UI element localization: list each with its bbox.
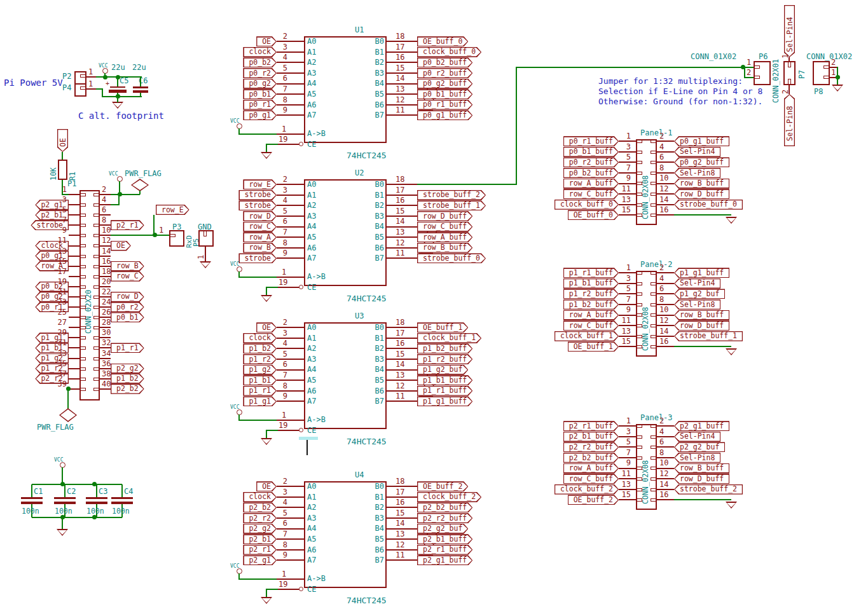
p7-ref[interactable]: P7 bbox=[797, 64, 806, 79]
net-label[interactable]: row_C bbox=[111, 271, 144, 282]
net-label[interactable]: p1_r2_buff bbox=[563, 289, 619, 299]
net-label[interactable]: p1_b1 bbox=[243, 375, 277, 385]
net-label[interactable]: OE_buff_1 bbox=[417, 322, 468, 332]
net-label-row-e[interactable]: row_E bbox=[156, 205, 189, 215]
net-label[interactable]: Sel-Pin8 bbox=[674, 453, 720, 463]
net-label[interactable]: p1_r1_buff bbox=[563, 268, 619, 278]
net-label[interactable]: p2_g2_buf bbox=[417, 524, 468, 534]
net-label[interactable]: strobe_buff_2 bbox=[417, 190, 486, 200]
net-label[interactable]: row_D_buff bbox=[417, 211, 472, 221]
net-label[interactable]: p2_g2_buf bbox=[674, 442, 725, 452]
c5-ref[interactable]: C5 bbox=[120, 76, 128, 85]
gnd-symbol[interactable] bbox=[261, 152, 272, 159]
net-label[interactable]: p0_g1_buff bbox=[417, 110, 472, 120]
net-label[interactable]: p1_b1_buff bbox=[417, 375, 472, 385]
net-label[interactable]: clock_buff_2 bbox=[417, 492, 481, 502]
net-label[interactable]: row_A_buff bbox=[417, 232, 472, 242]
net-label-sel-pin8[interactable]: Sel-Pin8 bbox=[784, 94, 795, 146]
p1-ref[interactable]: P1 bbox=[67, 179, 76, 188]
net-label[interactable]: strobe_buff_0 bbox=[417, 253, 486, 263]
net-label[interactable]: p0_b1 bbox=[111, 312, 144, 322]
net-label[interactable]: p0_r1 bbox=[243, 100, 277, 110]
global-label-oe[interactable]: OE bbox=[57, 129, 68, 152]
net-label[interactable]: p2_g1_buff bbox=[674, 421, 729, 431]
net-label[interactable]: p2_r1_buff bbox=[563, 421, 619, 431]
net-label[interactable]: clock_buff_0 bbox=[554, 200, 619, 210]
net-label[interactable]: p2_r2_buff bbox=[417, 513, 472, 523]
net-label[interactable]: row_D bbox=[111, 292, 144, 302]
c5-plate[interactable] bbox=[110, 86, 125, 88]
net-label[interactable]: clock_buff_0 bbox=[417, 47, 481, 57]
net-label[interactable]: strobe bbox=[238, 200, 277, 210]
net-label[interactable]: row_C_buff bbox=[563, 320, 619, 331]
net-label[interactable]: p2_g2 bbox=[111, 364, 144, 374]
capacitor[interactable]: C4 100n bbox=[111, 484, 133, 523]
net-label[interactable]: OE_buff_2 bbox=[568, 495, 619, 505]
p8-connector[interactable] bbox=[813, 61, 830, 85]
net-label[interactable]: p2_b2_buff bbox=[417, 502, 472, 512]
net-label[interactable]: p0_b1_buff bbox=[417, 89, 472, 99]
net-label[interactable]: OE bbox=[256, 322, 277, 332]
net-label[interactable]: Sel-Pin4 bbox=[674, 278, 720, 289]
net-label[interactable]: p1_b1_buff bbox=[563, 278, 619, 289]
net-label[interactable]: row_A_buff bbox=[563, 463, 619, 474]
net-label[interactable]: Sel-Pin8 bbox=[674, 299, 720, 310]
pwr-flag-symbol[interactable] bbox=[59, 408, 77, 422]
net-label[interactable]: row_D_buff bbox=[674, 320, 729, 331]
net-label[interactable]: strobe_buff_1 bbox=[417, 200, 486, 210]
net-label[interactable]: row_C_buff bbox=[563, 474, 619, 484]
net-label[interactable]: p2_b2_buff bbox=[563, 453, 619, 463]
p8-ref[interactable]: P8 bbox=[814, 87, 823, 96]
panel-connector[interactable]: Panel-2 CONN_02X08 p1_r1_buff 1 p1_b1_bu… bbox=[569, 260, 760, 365]
net-label[interactable]: p1_b2_buff bbox=[417, 343, 472, 353]
gnd-symbol[interactable] bbox=[261, 295, 272, 302]
gnd-symbol[interactable] bbox=[57, 529, 68, 536]
net-label[interactable]: clock_buff_1 bbox=[417, 333, 481, 343]
net-label[interactable]: p0_r2_buff bbox=[417, 68, 472, 78]
net-label[interactable]: p2_r2_buff bbox=[563, 442, 619, 452]
net-label[interactable]: OE_buff_1 bbox=[568, 341, 619, 352]
net-label[interactable]: p0_g2_buff bbox=[417, 79, 472, 89]
net-label[interactable]: Sel-Pin4 bbox=[674, 147, 720, 157]
net-label[interactable]: row_B_buff bbox=[674, 463, 729, 474]
ic-74hct245[interactable]: U3 74HCT245 OE 2 A0 clock 3 bbox=[216, 318, 521, 455]
net-label[interactable]: clock_buff_2 bbox=[554, 484, 619, 495]
net-label[interactable]: p0_r2 bbox=[243, 68, 277, 78]
p2-ref[interactable]: P2 bbox=[62, 72, 71, 81]
net-label[interactable]: row_A_buff bbox=[563, 310, 619, 320]
net-label[interactable]: clock_buff_1 bbox=[554, 331, 619, 341]
net-label[interactable]: p2_r1 bbox=[111, 220, 144, 230]
net-label[interactable]: p1_b2 bbox=[111, 374, 144, 384]
net-label[interactable]: row_C_buff bbox=[563, 189, 619, 199]
net-label[interactable]: p1_g2_buf bbox=[674, 289, 725, 299]
net-label[interactable]: row_E bbox=[243, 179, 277, 189]
r1-resistor[interactable] bbox=[58, 160, 67, 180]
net-label[interactable]: p0_r2_buff bbox=[563, 157, 619, 167]
net-label[interactable]: p1_b2 bbox=[243, 343, 277, 353]
net-label[interactable]: row_D bbox=[243, 211, 277, 221]
net-label[interactable]: p1_b2_buff bbox=[563, 299, 619, 310]
ic-74hct245[interactable]: U2 74HCT245 row_E 2 A0 strobe 3 bbox=[216, 175, 521, 311]
net-label[interactable]: p1_g1 bbox=[243, 396, 277, 406]
capacitor[interactable]: C1 100n bbox=[21, 484, 43, 523]
net-label[interactable]: row_B bbox=[111, 261, 144, 271]
net-label[interactable]: p1_g1_buff bbox=[674, 268, 729, 278]
net-label[interactable]: p2_b2 bbox=[243, 502, 277, 512]
net-label[interactable]: OE_buff_0 bbox=[417, 36, 468, 46]
net-label[interactable]: strobe_buff_0 bbox=[674, 200, 743, 210]
net-label[interactable]: p2_b1_buff bbox=[563, 432, 619, 442]
net-label[interactable]: OE bbox=[111, 241, 131, 251]
net-label[interactable]: p1_r1 bbox=[111, 343, 144, 353]
net-label[interactable]: p2_r1 bbox=[243, 545, 277, 555]
net-label[interactable]: p0_b1_buff bbox=[563, 147, 619, 157]
net-label[interactable]: p1_g2 bbox=[243, 365, 277, 375]
c6-plate[interactable] bbox=[133, 86, 148, 88]
net-label[interactable]: OE bbox=[256, 36, 277, 46]
net-label[interactable]: p0_g2 bbox=[243, 79, 277, 89]
net-label[interactable]: p0_b2_buff bbox=[417, 57, 472, 67]
net-label[interactable]: row_B_buff bbox=[674, 179, 729, 189]
net-label[interactable]: OE_buff_0 bbox=[568, 210, 619, 220]
panel-connector[interactable]: Panel-1 CONN_02X08 p0_r1_buff 1 p0_b1_bu… bbox=[569, 128, 760, 233]
net-label[interactable]: p2_b1 bbox=[243, 534, 277, 544]
net-label[interactable]: row_C bbox=[243, 222, 277, 232]
